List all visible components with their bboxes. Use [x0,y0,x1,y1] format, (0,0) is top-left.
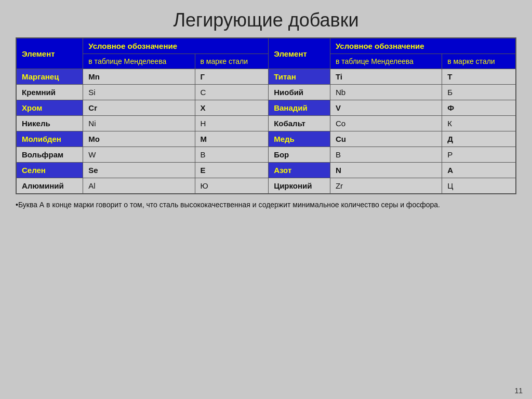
symbol-steel-left: В [195,147,269,163]
element-name-right: Ниобий [269,85,330,100]
table-row: МарганецMnГТитанTiТ [16,69,516,85]
table-row: МолибденMoММедьCuД [16,131,516,147]
symbol-steel-right: Ц [442,178,516,194]
element-name-left: Селен [16,163,83,178]
header-row-2: в таблице Менделеева в марке стали в таб… [16,54,516,69]
element-name-right: Цирконий [269,178,330,194]
table-row: СеленSeЕАзотNА [16,163,516,178]
table-body: МарганецMnГТитанTiТКремнийSiСНиобийNbБХр… [16,69,516,194]
col-mendeleev-left: в таблице Менделеева [83,54,195,69]
symbol-steel-left: Г [195,69,269,85]
element-name-right: Азот [269,163,330,178]
element-name-left: Марганец [16,69,83,85]
table-wrapper: Элемент Условное обозначение Элемент Усл… [16,37,516,194]
element-name-left: Хром [16,100,83,116]
element-name-right: Медь [269,131,330,147]
symbol-steel-left: С [195,85,269,100]
symbol-steel-right: Р [442,147,516,163]
col-steel-left: в марке стали [195,54,269,69]
symbol-mendeleev-right: В [330,147,442,163]
alloying-table: Элемент Условное обозначение Элемент Усл… [16,37,516,194]
symbol-mendeleev-left: Si [83,85,195,100]
symbol-steel-left: Ю [195,178,269,194]
symbol-steel-right: Б [442,85,516,100]
symbol-steel-left: Х [195,100,269,116]
page-title: Легирующие добавки [0,0,532,37]
header-row-1: Элемент Условное обозначение Элемент Усл… [16,38,516,54]
symbol-mendeleev-left: Se [83,163,195,178]
col-designation-right: Условное обозначение [330,38,516,54]
table-row: ВольфрамWВБорВР [16,147,516,163]
col-element-left: Элемент [16,38,83,69]
col-steel-right: в марке стали [442,54,516,69]
symbol-mendeleev-right: V [330,100,442,116]
symbol-steel-left: Н [195,116,269,131]
element-name-left: Молибден [16,131,83,147]
symbol-mendeleev-right: Ti [330,69,442,85]
symbol-steel-right: К [442,116,516,131]
table-row: КремнийSiСНиобийNbБ [16,85,516,100]
symbol-mendeleev-left: Cr [83,100,195,116]
symbol-mendeleev-right: Co [330,116,442,131]
table-row: АлюминийAlЮЦирконийZrЦ [16,178,516,194]
symbol-steel-right: Д [442,131,516,147]
symbol-mendeleev-right: Cu [330,131,442,147]
symbol-mendeleev-left: W [83,147,195,163]
symbol-mendeleev-right: Zr [330,178,442,194]
col-mendeleev-right: в таблице Менделеева [330,54,442,69]
symbol-mendeleev-left: Al [83,178,195,194]
footnote: •Буква А в конце марки говорит о том, чт… [16,200,516,210]
symbol-mendeleev-right: Nb [330,85,442,100]
table-row: ХромCrХВанадийVФ [16,100,516,116]
symbol-mendeleev-left: Mo [83,131,195,147]
element-name-left: Алюминий [16,178,83,194]
symbol-steel-right: А [442,163,516,178]
element-name-left: Никель [16,116,83,131]
element-name-left: Кремний [16,85,83,100]
symbol-mendeleev-right: N [330,163,442,178]
symbol-steel-left: М [195,131,269,147]
col-designation-left: Условное обозначение [83,38,269,54]
col-element-right: Элемент [269,38,330,69]
symbol-mendeleev-left: Mn [83,69,195,85]
page-number: 11 [514,387,523,395]
element-name-right: Бор [269,147,330,163]
symbol-mendeleev-left: Ni [83,116,195,131]
table-row: НикельNiНКобальтCoК [16,116,516,131]
symbol-steel-right: Ф [442,100,516,116]
symbol-steel-left: Е [195,163,269,178]
element-name-right: Кобальт [269,116,330,131]
symbol-steel-right: Т [442,69,516,85]
element-name-right: Титан [269,69,330,85]
element-name-left: Вольфрам [16,147,83,163]
element-name-right: Ванадий [269,100,330,116]
